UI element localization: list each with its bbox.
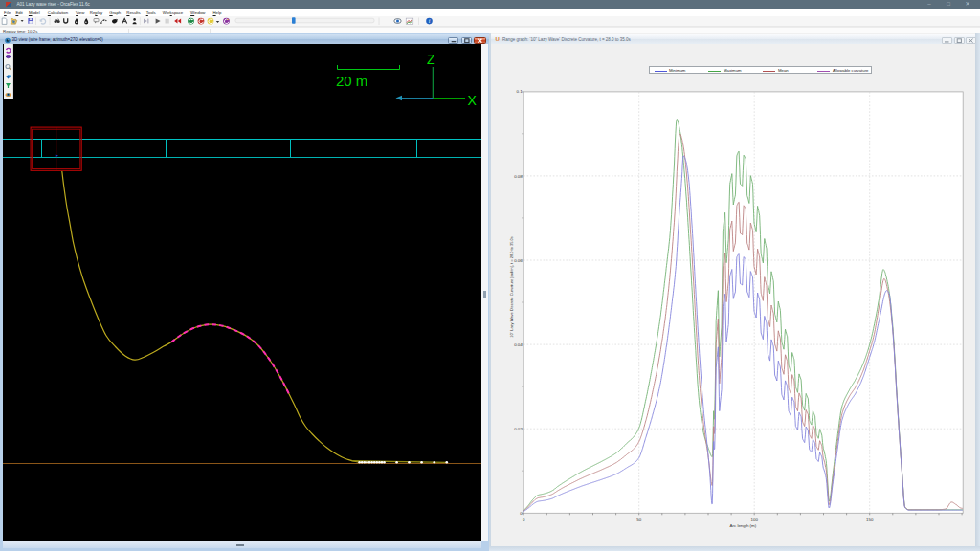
svg-text:Z: Z	[427, 52, 435, 67]
svg-text:X: X	[468, 93, 478, 108]
svg-text:0.06: 0.06	[514, 258, 523, 263]
svg-text:0.1: 0.1	[517, 89, 523, 94]
svg-text:50: 50	[636, 518, 641, 522]
svg-text:0.02: 0.02	[514, 427, 523, 431]
svg-text:10" Lazy Wave Discrete Curvatu: 10" Lazy Wave Discrete Curvature [rad/m]…	[509, 236, 514, 338]
svg-text:Arc length (m): Arc length (m)	[730, 523, 757, 528]
svg-text:20 m: 20 m	[336, 73, 368, 89]
svg-text:0.08: 0.08	[514, 174, 523, 179]
svg-text:0: 0	[523, 518, 525, 522]
svg-text:0.04: 0.04	[514, 342, 523, 347]
svg-text:150: 150	[866, 518, 874, 522]
svg-text:100: 100	[751, 518, 759, 522]
